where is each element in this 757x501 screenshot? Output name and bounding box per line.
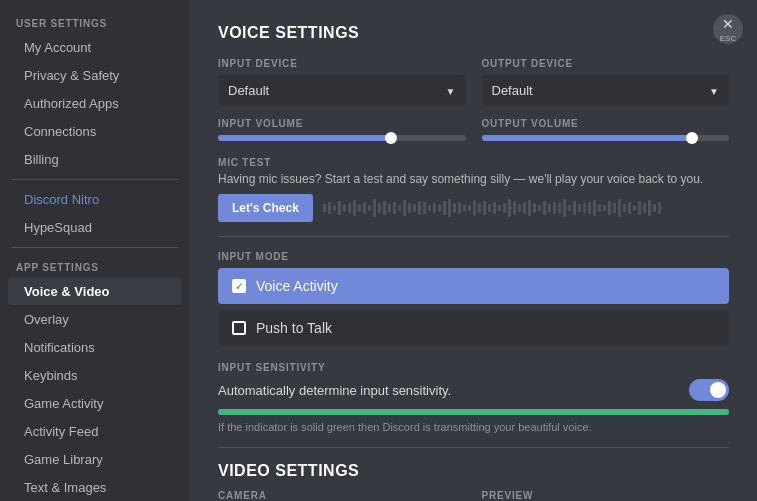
sidebar-item-label: Connections: [24, 124, 96, 139]
mic-bar: [543, 201, 546, 215]
mic-bar: [528, 200, 531, 216]
input-mode-section: INPUT MODE Voice Activity Push to Talk: [218, 251, 729, 346]
mic-bar: [463, 204, 466, 212]
output-volume-thumb[interactable]: [686, 132, 698, 144]
input-volume-thumb[interactable]: [385, 132, 397, 144]
input-volume-group: INPUT VOLUME: [218, 118, 466, 141]
mic-bar: [378, 203, 381, 213]
mic-bar: [473, 200, 476, 216]
mic-test-section: MIC TEST Having mic issues? Start a test…: [218, 157, 729, 222]
mic-bar: [553, 202, 556, 214]
mic-bar: [388, 204, 391, 212]
mic-bar: [358, 204, 361, 212]
sensitivity-hint: If the indicator is solid green then Dis…: [218, 421, 729, 433]
mic-bar: [448, 199, 451, 217]
mic-bar: [478, 203, 481, 213]
sensitivity-bar-track[interactable]: [218, 409, 729, 415]
input-device-group: INPUT DEVICE Default ▼: [218, 58, 466, 106]
auto-sensitivity-label: Automatically determine input sensitivit…: [218, 383, 451, 398]
sidebar-item-connections[interactable]: Connections: [8, 118, 182, 145]
esc-label: ESC: [720, 34, 736, 43]
mic-bar: [403, 200, 406, 216]
camera-group: CAMERA: [218, 490, 466, 501]
input-volume-fill: [218, 135, 391, 141]
sidebar-item-discord-nitro[interactable]: Discord Nitro: [8, 186, 182, 213]
push-to-talk-label: Push to Talk: [256, 320, 332, 336]
mic-bar: [513, 201, 516, 215]
mic-test-label: MIC TEST: [218, 157, 729, 168]
sidebar-item-game-library[interactable]: Game Library: [8, 446, 182, 473]
mic-bar: [483, 201, 486, 215]
sidebar-item-label: Notifications: [24, 340, 95, 355]
output-volume-fill: [482, 135, 692, 141]
push-to-talk-checkbox: [232, 321, 246, 335]
voice-activity-label: Voice Activity: [256, 278, 338, 294]
close-button[interactable]: ✕ ESC: [713, 14, 743, 44]
sidebar-item-overlay[interactable]: Overlay: [8, 306, 182, 333]
lets-check-button[interactable]: Let's Check: [218, 194, 313, 222]
user-settings-section-label: USER SETTINGS: [0, 10, 190, 33]
mic-bar: [658, 202, 661, 214]
sidebar-item-label: Privacy & Safety: [24, 68, 119, 83]
push-to-talk-option[interactable]: Push to Talk: [218, 310, 729, 346]
volume-row: INPUT VOLUME OUTPUT VOLUME: [218, 118, 729, 141]
video-row: CAMERA PREVIEW: [218, 490, 729, 501]
mic-bar: [453, 203, 456, 213]
output-volume-group: OUTPUT VOLUME: [482, 118, 730, 141]
mic-bar: [558, 203, 561, 213]
sidebar-item-billing[interactable]: Billing: [8, 146, 182, 173]
section-divider: [218, 236, 729, 237]
sidebar-item-label: My Account: [24, 40, 91, 55]
mic-bar: [368, 205, 371, 211]
output-device-select[interactable]: Default: [482, 75, 730, 106]
auto-sensitivity-toggle[interactable]: [689, 379, 729, 401]
voice-activity-option[interactable]: Voice Activity: [218, 268, 729, 304]
sidebar-item-label: Discord Nitro: [24, 192, 99, 207]
sidebar-item-my-account[interactable]: My Account: [8, 34, 182, 61]
sidebar-item-keybinds[interactable]: Keybinds: [8, 362, 182, 389]
sensitivity-header: Automatically determine input sensitivit…: [218, 379, 729, 401]
mic-bar: [653, 204, 656, 212]
mic-bar: [343, 204, 346, 212]
sidebar-item-label: Authorized Apps: [24, 96, 119, 111]
mic-bar: [413, 204, 416, 212]
mic-bar: [618, 199, 621, 217]
mic-bar: [468, 205, 471, 211]
sidebar-item-game-activity[interactable]: Game Activity: [8, 390, 182, 417]
sensitivity-bar-fill: [218, 409, 729, 415]
output-volume-track[interactable]: [482, 135, 730, 141]
sidebar-item-privacy-safety[interactable]: Privacy & Safety: [8, 62, 182, 89]
mic-bar: [323, 204, 326, 212]
input-sensitivity-section: INPUT SENSITIVITY Automatically determin…: [218, 362, 729, 433]
sidebar-item-hypesquad[interactable]: HypeSquad: [8, 214, 182, 241]
sidebar-item-authorized-apps[interactable]: Authorized Apps: [8, 90, 182, 117]
input-device-select[interactable]: Default: [218, 75, 466, 106]
video-settings-title: VIDEO SETTINGS: [218, 462, 729, 480]
sidebar-item-activity-feed[interactable]: Activity Feed: [8, 418, 182, 445]
mic-bar: [418, 201, 421, 215]
mic-bar: [523, 202, 526, 214]
output-device-group: OUTPUT DEVICE Default ▼: [482, 58, 730, 106]
sidebar-item-label: Billing: [24, 152, 59, 167]
sidebar-item-label: Voice & Video: [24, 284, 110, 299]
mic-bar: [363, 202, 366, 214]
mic-bar: [563, 199, 566, 217]
output-device-label: OUTPUT DEVICE: [482, 58, 730, 69]
sidebar-item-notifications[interactable]: Notifications: [8, 334, 182, 361]
mic-bar: [438, 204, 441, 212]
sidebar-item-voice-video[interactable]: Voice & Video: [8, 278, 182, 305]
mic-bar: [633, 205, 636, 211]
voice-activity-checkbox: [232, 279, 246, 293]
mic-bar: [503, 203, 506, 213]
mic-bar: [638, 201, 641, 215]
sidebar: USER SETTINGS My Account Privacy & Safet…: [0, 0, 190, 501]
input-volume-track[interactable]: [218, 135, 466, 141]
mic-bar: [533, 203, 536, 213]
toggle-knob: [710, 382, 726, 398]
mic-bar: [348, 203, 351, 213]
mic-test-row: Let's Check: [218, 194, 729, 222]
mic-bar: [338, 201, 341, 215]
mic-bar: [433, 203, 436, 213]
sidebar-item-text-images[interactable]: Text & Images: [8, 474, 182, 501]
mic-bar: [518, 204, 521, 212]
